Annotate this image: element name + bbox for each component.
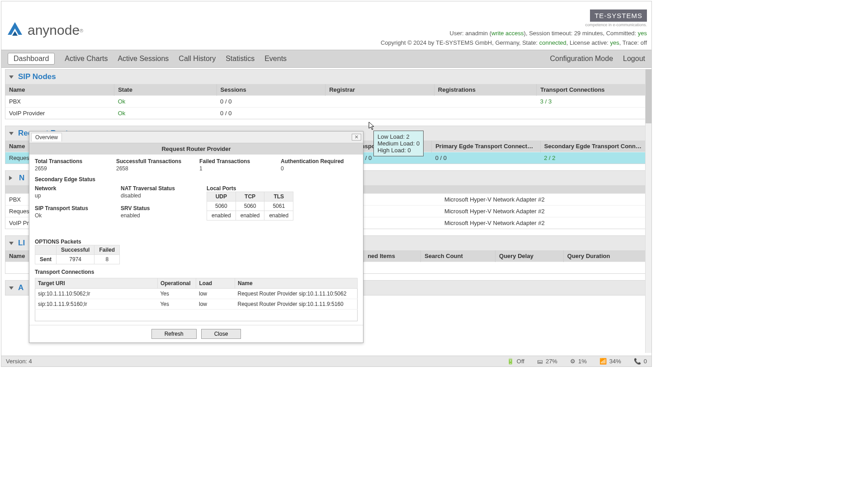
vendor-badge: TE-SYSTEMS [590, 9, 647, 22]
local-ports-table: UDPTCPTLS 506050605061 enabledenabledena… [207, 192, 293, 221]
phone-icon: 📞 [634, 358, 641, 364]
disk-icon: 🖴 [537, 358, 543, 364]
nav-active-charts[interactable]: Active Charts [65, 55, 108, 63]
overview-modal: Overview ✕ Request Router Provider Total… [29, 131, 363, 343]
close-button[interactable]: Close [201, 329, 241, 339]
header: anynode® TE-SYSTEMS competence in e-comm… [1, 1, 651, 50]
version-label: Version: 4 [6, 358, 32, 365]
sys-status-line: Copyright © 2024 by TE-SYSTEMS GmbH, Ger… [381, 39, 647, 46]
logo-text: anynode® [28, 23, 83, 38]
cpu-metric: ⚙1% [570, 358, 587, 365]
cpu-icon: ⚙ [570, 358, 576, 364]
collapse-ld-icon[interactable] [9, 242, 14, 245]
nodes-peek-title[interactable]: N [19, 174, 24, 183]
options-packets-table: SuccessfulFailed Sent79748 [35, 245, 120, 264]
vendor-sub: competence in e-communications. [381, 23, 647, 27]
modal-close-button[interactable]: ✕ [352, 134, 361, 141]
collapse-az-icon[interactable] [9, 286, 14, 290]
app-window: anynode® TE-SYSTEMS competence in e-comm… [1, 1, 652, 367]
table-row[interactable]: PBX Ok 0 / 0 3 / 3 [5, 96, 646, 108]
load-tooltip: Low Load: 2 Medium Load: 0 High Load: 0 [373, 131, 424, 156]
battery-icon: 🔋 [507, 358, 514, 364]
battery-metric: 🔋Off [507, 358, 524, 365]
access-link[interactable]: write access [491, 30, 524, 37]
table-row[interactable]: VoIP Provider Ok 0 / 0 [5, 108, 646, 119]
table-row[interactable]: sip:10.1.11.9:5160;lrYeslowRequest Route… [35, 299, 358, 310]
header-status: TE-SYSTEMS competence in e-communication… [381, 9, 647, 46]
azure-peek-title[interactable]: A [18, 283, 24, 292]
logo: anynode® [6, 14, 83, 46]
net-metric: 📶34% [599, 358, 621, 365]
nav-config-mode[interactable]: Configuration Mode [550, 55, 613, 63]
nav-active-sessions[interactable]: Active Sessions [118, 55, 169, 63]
nav-statistics[interactable]: Statistics [226, 55, 255, 63]
scrollbar[interactable] [645, 69, 651, 353]
tc-heading: Transport Connections [35, 269, 358, 275]
nav-call-history[interactable]: Call History [179, 55, 216, 63]
collapse-rr-icon[interactable] [9, 132, 14, 135]
section-sip-nodes: SIP Nodes Name State Sessions Registrar … [5, 69, 646, 119]
collapse-sip-icon[interactable] [9, 75, 14, 79]
navbar: Dashboard Active Charts Active Sessions … [1, 50, 651, 68]
user-status-line: User: anadmin (write access), Session ti… [381, 30, 647, 37]
disk-metric: 🖴27% [537, 358, 557, 365]
nav-logout[interactable]: Logout [623, 55, 645, 63]
ldap-peek-title[interactable]: LI [18, 239, 25, 248]
anynode-logo-icon [6, 21, 24, 39]
collapse-nx-icon[interactable] [9, 176, 14, 180]
nav-dashboard[interactable]: Dashboard [8, 53, 55, 65]
secondary-edge-heading: Secondary Edge Status [35, 176, 358, 183]
modal-title: Request Router Provider [29, 143, 363, 155]
sip-nodes-table: Name State Sessions Registrar Registrati… [5, 84, 646, 119]
sip-nodes-title[interactable]: SIP Nodes [18, 72, 56, 81]
network-icon: 📶 [599, 358, 607, 364]
refresh-button[interactable]: Refresh [151, 329, 197, 339]
footer-bar: Version: 4 🔋Off 🖴27% ⚙1% 📶34% 📞0 [1, 356, 651, 366]
transport-connections-table: Target URIOperationalLoadName sip:10.1.1… [35, 278, 358, 321]
calls-metric: 📞0 [634, 358, 647, 365]
table-row[interactable]: sip:10.1.11.10:5062;lrYeslowRequest Rout… [35, 289, 358, 299]
modal-tab-overview[interactable]: Overview [31, 133, 62, 141]
nav-events[interactable]: Events [264, 55, 287, 63]
